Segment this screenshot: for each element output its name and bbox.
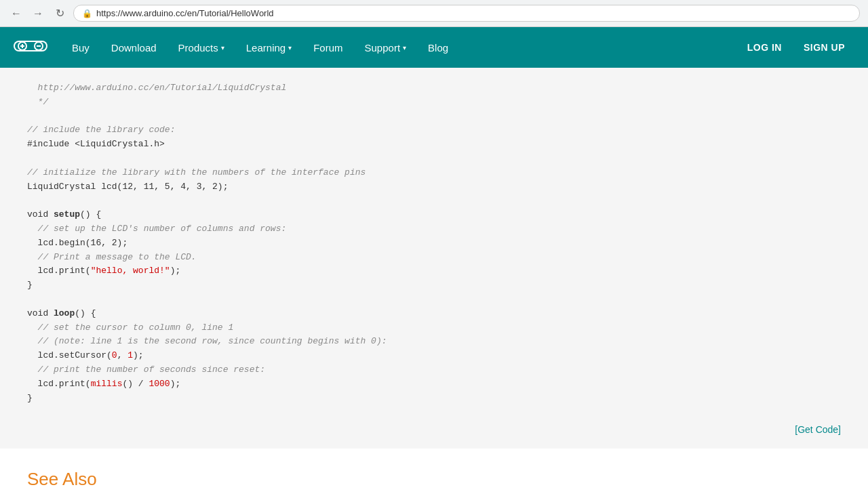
- page-content: http://www.arduino.cc/en/Tutorial/Liquid…: [0, 68, 868, 500]
- see-also-title: See Also: [27, 469, 841, 490]
- products-chevron: ▾: [221, 44, 224, 51]
- see-also-section: See Also - Liquid Crystal Library - Your…: [0, 449, 868, 500]
- code-line-7: // initialize the library with the numbe…: [27, 166, 841, 180]
- arduino-logo-container[interactable]: [14, 35, 47, 60]
- code-line-6: [27, 152, 841, 166]
- login-button[interactable]: LOG IN: [738, 37, 791, 58]
- url-text: https://www.arduino.cc/en/Tutorial/Hello…: [96, 8, 274, 18]
- code-line-14: lcd.print("hello, world!");: [27, 264, 841, 278]
- code-line-1: http://www.arduino.cc/en/Tutorial/Liquid…: [27, 81, 841, 96]
- code-line-16: [27, 293, 841, 307]
- forward-button[interactable]: →: [30, 5, 46, 22]
- reload-button[interactable]: ↻: [52, 5, 68, 22]
- nav-download[interactable]: Download: [100, 27, 167, 68]
- code-line-15: }: [27, 278, 841, 293]
- code-line-2: */: [27, 96, 841, 110]
- code-line-8: LiquidCrystal lcd(12, 11, 5, 4, 3, 2);: [27, 180, 841, 194]
- code-block: http://www.arduino.cc/en/Tutorial/Liquid…: [0, 68, 868, 419]
- code-line-3: [27, 110, 841, 124]
- nav-learning[interactable]: Learning ▾: [235, 27, 302, 68]
- nav-buy[interactable]: Buy: [61, 27, 100, 68]
- code-line-10: void setup() {: [27, 208, 841, 222]
- browser-chrome: ← → ↻ 🔒 https://www.arduino.cc/en/Tutori…: [0, 0, 868, 27]
- get-code-link[interactable]: [Get Code]: [0, 419, 868, 449]
- nav-support[interactable]: Support ▾: [354, 27, 418, 68]
- arduino-logo-svg: [14, 35, 47, 57]
- back-button[interactable]: ←: [8, 5, 24, 22]
- signup-button[interactable]: SIGN UP: [794, 37, 854, 58]
- nav-links: Buy Download Products ▾ Learning ▾ Forum…: [61, 27, 738, 68]
- nav-products[interactable]: Products ▾: [167, 27, 235, 68]
- address-bar[interactable]: 🔒 https://www.arduino.cc/en/Tutorial/Hel…: [73, 5, 860, 22]
- code-line-22: lcd.print(millis() / 1000);: [27, 377, 841, 392]
- code-line-19: // (note: line 1 is the second row, sinc…: [27, 335, 841, 349]
- navbar: Buy Download Products ▾ Learning ▾ Forum…: [0, 27, 868, 68]
- code-line-5: #include <LiquidCrystal.h>: [27, 138, 841, 152]
- code-line-9: [27, 194, 841, 208]
- lock-icon: 🔒: [82, 9, 92, 18]
- code-line-21: // print the number of seconds since res…: [27, 363, 841, 377]
- code-line-23: }: [27, 392, 841, 406]
- code-line-13: // Print a message to the LCD.: [27, 251, 841, 265]
- code-line-20: lcd.setCursor(0, 1);: [27, 349, 841, 363]
- code-line-17: void loop() {: [27, 307, 841, 321]
- nav-forum[interactable]: Forum: [302, 27, 353, 68]
- code-line-11: // set up the LCD's number of columns an…: [27, 222, 841, 236]
- code-line-4: // include the library code:: [27, 123, 841, 138]
- code-line-12: lcd.begin(16, 2);: [27, 236, 841, 251]
- code-line-18: // set the cursor to column 0, line 1: [27, 321, 841, 335]
- nav-blog[interactable]: Blog: [417, 27, 459, 68]
- learning-chevron: ▾: [288, 44, 292, 51]
- support-chevron: ▾: [403, 44, 406, 51]
- nav-right: LOG IN SIGN UP: [738, 37, 854, 58]
